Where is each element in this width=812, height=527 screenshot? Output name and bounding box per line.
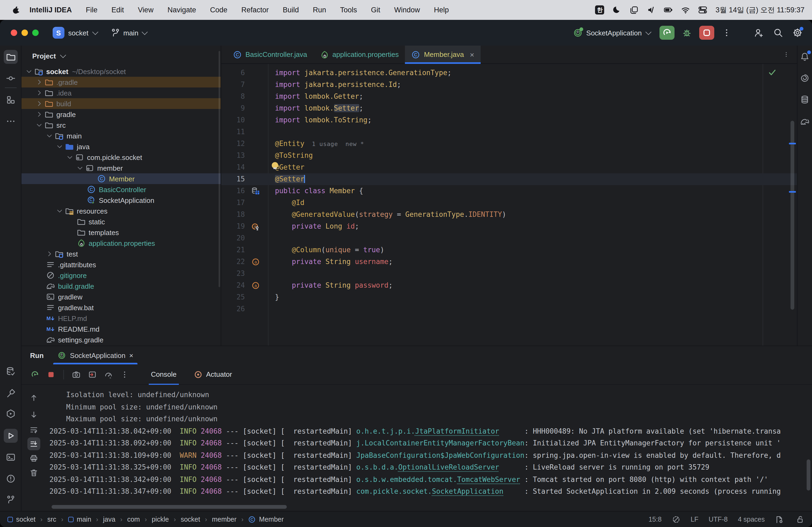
chevron-down-icon[interactable] — [67, 154, 73, 161]
stage-manager-icon[interactable] — [630, 5, 639, 15]
code-line-17[interactable]: 17 @Id — [221, 197, 797, 209]
code-line-24[interactable]: 24a private String password; — [221, 280, 797, 291]
code-line-19[interactable]: 19a private Long id; — [221, 221, 797, 232]
breadcrumb-com[interactable]: com — [127, 515, 140, 523]
chevron-down-icon[interactable] — [56, 208, 63, 214]
tree-item-gradlew.bat[interactable]: gradlew.bat — [21, 302, 221, 313]
git-branch-widget[interactable]: main — [110, 28, 146, 37]
terminal-tool-icon[interactable] — [3, 450, 17, 464]
tab-actuator[interactable]: Actuator — [186, 364, 240, 384]
inspections-ok-icon[interactable] — [768, 68, 777, 77]
tree-item-com.pickle.socket[interactable]: com.pickle.socket — [21, 152, 221, 163]
tree-item-.idea[interactable]: .idea — [21, 88, 221, 98]
code-line-26[interactable]: 26 — [221, 303, 797, 315]
tree-item-templates[interactable]: templates — [21, 227, 221, 238]
chevron-right-icon[interactable] — [46, 251, 53, 257]
tree-item-java[interactable]: java — [21, 141, 221, 152]
attach-button[interactable] — [85, 367, 99, 381]
code-line-11[interactable]: 11 — [221, 126, 797, 138]
problems-tool-icon[interactable] — [3, 472, 17, 486]
scrollend-console-icon[interactable] — [27, 437, 40, 450]
close-icon[interactable]: × — [470, 50, 474, 59]
chevron-down-icon[interactable] — [77, 165, 83, 171]
code-line-14[interactable]: 14@Getter — [221, 162, 797, 174]
stop-button[interactable] — [699, 26, 714, 40]
log-logger-link[interactable]: o.h.e.t.j.p.i.JtaPlatformInitiator — [356, 425, 524, 437]
db-check-tool-icon[interactable] — [3, 364, 17, 378]
breadcrumb-member[interactable]: member — [212, 515, 236, 523]
menu-git[interactable]: Git — [364, 6, 388, 14]
indent-style[interactable]: 4 spaces — [738, 515, 765, 523]
chevron-right-icon[interactable] — [36, 100, 42, 107]
chevron-right-icon[interactable] — [36, 111, 42, 118]
code-line-18[interactable]: 18 @GeneratedValue(strategy = Generation… — [221, 209, 797, 221]
gradle-tool-icon[interactable] — [798, 115, 811, 128]
project-tree-scrollbar[interactable] — [219, 51, 220, 287]
chevron-down-icon[interactable] — [36, 122, 42, 128]
tree-item-help.md[interactable]: MHELP.md — [21, 313, 221, 323]
tree-item-main[interactable]: main — [21, 131, 221, 141]
log-logger-link[interactable]: com.pickle.socket.SocketApplication — [356, 486, 524, 498]
stop-button[interactable] — [44, 367, 58, 381]
tree-item-basiccontroller[interactable]: CBasicController — [21, 184, 221, 195]
menu-view[interactable]: View — [131, 6, 161, 14]
code-line-8[interactable]: 8import lombok.Getter; — [221, 91, 797, 103]
g-entity-gutter-icon[interactable] — [251, 187, 260, 195]
camera-button[interactable] — [69, 367, 83, 381]
code-line-23[interactable]: 23 — [221, 268, 797, 280]
zoom-window-button[interactable] — [32, 30, 39, 36]
code-line-10[interactable]: 10import lombok.ToString; — [221, 114, 797, 126]
menu-navigate[interactable]: Navigate — [161, 6, 203, 14]
code-style-settings-icon[interactable] — [775, 515, 784, 524]
editor-scrollbar[interactable] — [791, 121, 794, 310]
bell-tool-icon[interactable] — [798, 50, 811, 63]
tree-item-gradlew[interactable]: gradlew — [21, 291, 221, 302]
log-logger-link[interactable]: j.LocalContainerEntityManagerFactoryBean — [356, 437, 524, 450]
code-line-16[interactable]: 16public class Member { — [221, 185, 797, 197]
menu-edit[interactable]: Edit — [104, 6, 131, 14]
breadcrumb-socket[interactable]: socket — [181, 515, 200, 523]
menu-window[interactable]: Window — [387, 6, 427, 14]
log-logger-link[interactable]: o.s.b.w.embedded.tomcat.TomcatWebServer — [356, 473, 524, 486]
control-center-icon[interactable] — [698, 5, 708, 15]
code-line-22[interactable]: 22a private String username; — [221, 256, 797, 268]
rerun-button[interactable] — [28, 367, 42, 381]
trash-console-icon[interactable] — [27, 466, 40, 479]
structure-tool-icon[interactable] — [3, 93, 17, 107]
more-actions-button[interactable] — [720, 26, 734, 40]
profiler-button[interactable] — [102, 367, 115, 381]
g-attr-gutter-icon[interactable]: a — [251, 258, 260, 266]
intention-bulb-icon[interactable] — [272, 162, 278, 168]
wifi-icon[interactable] — [681, 5, 690, 15]
tree-item-member[interactable]: CMember — [21, 174, 221, 184]
menu-file[interactable]: File — [79, 6, 105, 14]
menu-tools[interactable]: Tools — [333, 6, 364, 14]
code-line-13[interactable]: 13@ToString — [221, 150, 797, 162]
menu-code[interactable]: Code — [203, 6, 234, 14]
console-output[interactable]: Isolation level: undefined/unknown Minim… — [46, 385, 812, 503]
g-attr-gutter-icon[interactable]: a — [251, 281, 260, 290]
code-line-15[interactable]: 15@Setter — [221, 174, 797, 185]
file-encoding[interactable]: UTF-8 — [709, 515, 728, 523]
do-not-disturb-icon[interactable] — [612, 5, 622, 15]
kebab-button[interactable] — [118, 367, 132, 381]
run-tool-icon[interactable] — [3, 429, 17, 443]
tree-item-src[interactable]: src — [21, 120, 221, 131]
menu-intellij-idea[interactable]: IntelliJ IDEA — [23, 6, 79, 14]
breadcrumb-member[interactable]: CMember — [248, 515, 284, 523]
tree-item-.gradle[interactable]: .gradle — [21, 77, 221, 88]
run-tab-socketapplication[interactable]: SocketApplication × — [52, 346, 139, 364]
close-window-button[interactable] — [11, 30, 17, 36]
menu-refactor[interactable]: Refactor — [234, 6, 276, 14]
tab-console[interactable]: Console — [143, 364, 184, 384]
caret-position[interactable]: 15:8 — [649, 515, 662, 523]
hammer-tool-icon[interactable] — [3, 387, 17, 400]
run-configuration-selector[interactable]: SocketApplication — [573, 28, 650, 37]
tree-item-socket[interactable]: socket~/Desktop/socket — [21, 66, 221, 77]
tree-item-resources[interactable]: resources — [21, 206, 221, 216]
breadcrumb-src[interactable]: src — [47, 515, 56, 523]
tree-item-.gitignore[interactable]: .gitignore — [21, 270, 221, 281]
code-line-20[interactable]: 20 — [221, 232, 797, 244]
database-tool-icon[interactable] — [798, 93, 811, 106]
breadcrumb-main[interactable]: main — [68, 515, 91, 523]
